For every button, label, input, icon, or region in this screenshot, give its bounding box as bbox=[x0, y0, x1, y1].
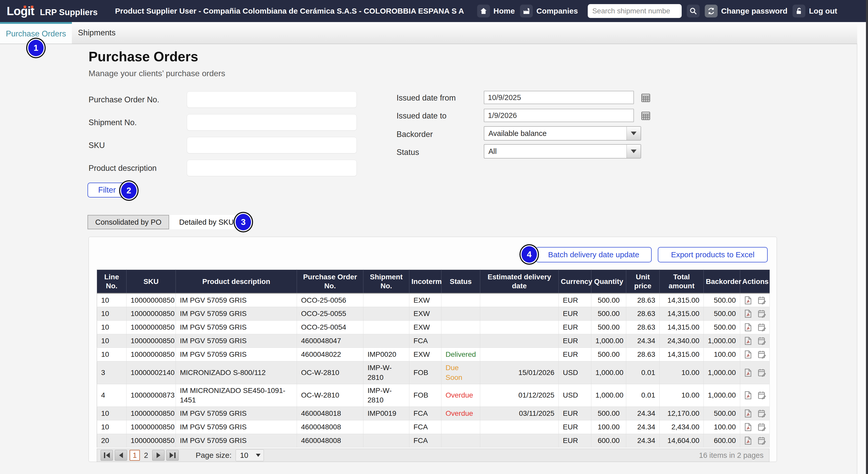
cell-actions bbox=[740, 434, 770, 448]
status-badge: Overdue bbox=[445, 409, 473, 417]
edit-delivery-date-calendar-icon[interactable] bbox=[757, 436, 766, 445]
change-password-icon bbox=[705, 5, 718, 18]
view-tab-consolidated-by-po[interactable]: Consolidated by PO bbox=[88, 215, 169, 229]
nav-logout[interactable]: Log out bbox=[793, 5, 837, 18]
nav-change-password-label: Change password bbox=[721, 7, 787, 15]
cell-total: 14,315.00 bbox=[660, 348, 704, 362]
table-header-row: Line No.SKUProduct descriptionPurchase O… bbox=[97, 270, 770, 294]
edit-delivery-date-calendar-icon[interactable] bbox=[757, 368, 766, 377]
backorder-selected-value: Available balance bbox=[484, 129, 626, 138]
cell-unit: 28.63 bbox=[626, 294, 660, 307]
table-row: 1010000000850IM PGV 57059 GRIS4600048008… bbox=[97, 420, 770, 434]
column-header-total: Total amount bbox=[660, 270, 704, 294]
pdf-document-icon[interactable] bbox=[743, 309, 752, 318]
pdf-document-icon[interactable] bbox=[743, 323, 752, 332]
export-products-to-excel-button[interactable]: Export products to Excel bbox=[658, 247, 768, 262]
status-select[interactable]: All bbox=[484, 144, 641, 159]
cell-status bbox=[441, 334, 480, 348]
cell-qty: 500.00 bbox=[591, 407, 626, 420]
cell-sku: 10000000850 bbox=[127, 307, 176, 320]
cell-po: OCO-25-0056 bbox=[297, 294, 364, 307]
orders-panel: Batch delivery date update Export produc… bbox=[89, 237, 777, 462]
status-badge: Overdue bbox=[445, 391, 473, 399]
issued-date-from-calendar-icon[interactable] bbox=[640, 91, 652, 104]
pdf-document-icon[interactable] bbox=[743, 409, 752, 418]
first-page-button[interactable] bbox=[101, 450, 113, 461]
edit-delivery-date-calendar-icon[interactable] bbox=[757, 409, 766, 418]
page-title: Purchase Orders bbox=[89, 49, 198, 64]
next-page-button[interactable] bbox=[152, 450, 164, 461]
column-header-sku: SKU bbox=[127, 270, 176, 294]
column-header-line: Line No. bbox=[97, 270, 127, 294]
cell-total: 2,434.00 bbox=[660, 420, 704, 434]
edit-delivery-date-calendar-icon[interactable] bbox=[757, 323, 766, 332]
cell-sku: 10000000850 bbox=[127, 348, 176, 362]
edit-delivery-date-calendar-icon[interactable] bbox=[757, 336, 766, 345]
pdf-document-icon[interactable] bbox=[743, 422, 752, 432]
cell-actions bbox=[740, 348, 770, 362]
nav-home-label: Home bbox=[494, 7, 515, 15]
vertical-scrollbar[interactable] bbox=[857, 22, 866, 474]
cell-edd bbox=[480, 348, 559, 362]
backorder-dropdown-arrow-icon[interactable] bbox=[626, 127, 641, 140]
issued-date-to-calendar-icon[interactable] bbox=[640, 109, 652, 122]
cell-qty: 1,000.00 bbox=[591, 362, 626, 384]
status-dropdown-arrow-icon[interactable] bbox=[626, 145, 641, 158]
cell-total: 10.00 bbox=[660, 384, 704, 407]
cell-po: OC-W-2810 bbox=[297, 384, 364, 407]
last-page-button[interactable] bbox=[166, 450, 179, 461]
cell-incoterm: EXW bbox=[409, 307, 441, 320]
issued-date-from-input[interactable] bbox=[484, 91, 634, 104]
cell-unit: 24.34 bbox=[626, 420, 660, 434]
tab-shipments[interactable]: Shipments bbox=[74, 22, 120, 44]
shipment-search-input[interactable] bbox=[588, 4, 682, 18]
pdf-document-icon[interactable] bbox=[743, 296, 752, 305]
view-tab-detailed-by-sku[interactable]: Detailed by SKU bbox=[169, 215, 244, 229]
product-description-input[interactable] bbox=[187, 160, 357, 176]
nav-companies[interactable]: Companies bbox=[520, 5, 578, 18]
page-size-select[interactable]: 10 bbox=[236, 449, 264, 461]
column-header-status: Status bbox=[441, 270, 480, 294]
annotation-marker-4: 4 bbox=[522, 246, 537, 263]
cell-currency: EUR bbox=[559, 294, 591, 307]
cell-status: Overdue bbox=[441, 407, 480, 420]
table-row: 1010000000850IM PGV 57059 GRIS4600048022… bbox=[97, 348, 770, 362]
po-number-input[interactable] bbox=[187, 91, 357, 108]
shipment-number-input[interactable] bbox=[187, 114, 357, 131]
edit-delivery-date-calendar-icon[interactable] bbox=[757, 391, 766, 400]
logo-dot-t bbox=[31, 6, 33, 8]
pdf-document-icon[interactable] bbox=[743, 368, 752, 377]
pdf-document-icon[interactable] bbox=[743, 436, 752, 445]
nav-home[interactable]: Home bbox=[477, 5, 515, 18]
prev-page-button[interactable] bbox=[115, 450, 127, 461]
current-page-button[interactable]: 1 bbox=[130, 450, 140, 461]
cell-sku: 10000000850 bbox=[127, 434, 176, 448]
cell-backorder: 500.00 bbox=[704, 307, 740, 320]
backorder-select[interactable]: Available balance bbox=[484, 126, 641, 141]
annotation-marker-3: 3 bbox=[236, 214, 251, 230]
sku-input[interactable] bbox=[187, 137, 357, 154]
cell-po: 4600048018 bbox=[297, 407, 364, 420]
edit-delivery-date-calendar-icon[interactable] bbox=[757, 422, 766, 432]
cell-incoterm: EXW bbox=[409, 348, 441, 362]
cell-currency: EUR bbox=[559, 334, 591, 348]
nav-change-password[interactable]: Change password bbox=[705, 5, 787, 18]
cell-line: 20 bbox=[97, 434, 127, 448]
pdf-document-icon[interactable] bbox=[743, 336, 752, 345]
page-2-link[interactable]: 2 bbox=[144, 451, 148, 460]
cell-line: 10 bbox=[97, 307, 127, 320]
batch-delivery-date-update-button[interactable]: Batch delivery date update bbox=[536, 247, 652, 262]
pdf-document-icon[interactable] bbox=[743, 391, 752, 400]
cell-incoterm: FOB bbox=[409, 384, 441, 407]
edit-delivery-date-calendar-icon[interactable] bbox=[757, 350, 766, 359]
cell-po: 4600048008 bbox=[297, 420, 364, 434]
edit-delivery-date-calendar-icon[interactable] bbox=[757, 309, 766, 318]
search-button[interactable] bbox=[687, 5, 700, 18]
issued-date-to-input[interactable] bbox=[484, 109, 634, 122]
logo-dot-i bbox=[24, 6, 26, 8]
cell-po: 4600048047 bbox=[297, 334, 364, 348]
annotation-marker-2: 2 bbox=[121, 182, 136, 199]
filter-button[interactable]: Filter bbox=[88, 182, 127, 198]
edit-delivery-date-calendar-icon[interactable] bbox=[757, 296, 766, 305]
pdf-document-icon[interactable] bbox=[743, 350, 752, 359]
